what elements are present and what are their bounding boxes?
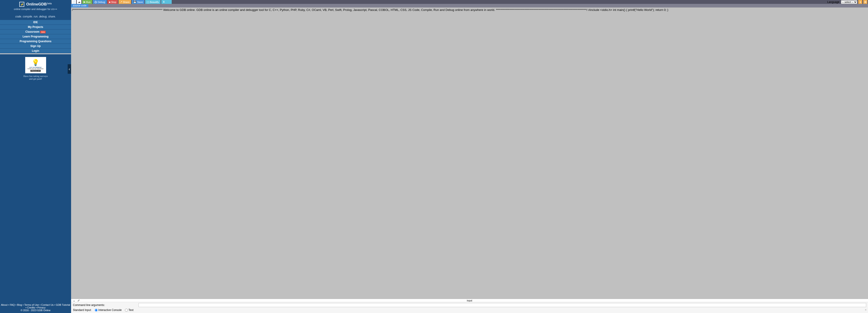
ad-box[interactable]: 💡 GOT AN OPINION? SHARE AND GET REWARDED… [25, 57, 46, 73]
footer-privacy[interactable]: Privacy [37, 306, 45, 309]
site-title: OnlineGDB [26, 2, 47, 6]
footer-links: About • FAQ • Blog • Terms of Use • Cont… [1, 304, 70, 309]
footer-blog[interactable]: Blog [17, 304, 22, 306]
ad-caption: Have fun taking surveys and get paid! [0, 75, 71, 80]
nav-my-projects[interactable]: My Projects [0, 25, 71, 30]
code-editor[interactable]: /***************************************… [71, 7, 868, 299]
stdin-label: Standard Input: [73, 309, 92, 312]
expand-io-button[interactable]: ⤢ [78, 299, 80, 302]
language-label: Language [827, 0, 839, 4]
debug-button[interactable]: ⏻Debug [93, 0, 106, 4]
footer-contact[interactable]: Contact Us [41, 304, 53, 306]
toolbar: 📄 ☁ ▶Run ⏻Debug ■Stop ↗Share 💾Save { } B… [71, 0, 868, 4]
file-icon: 📄 [72, 0, 75, 3]
tab-source-code[interactable]: source code [71, 4, 88, 7]
save-icon: 💾 [133, 0, 136, 3]
tagline: code. compile. run. debug. share. [0, 13, 71, 20]
tab-bar: source code [71, 4, 868, 7]
sidebar-footer: About • FAQ • Blog • Terms of Use • Cont… [0, 302, 71, 313]
share-button[interactable]: ↗Share [119, 0, 131, 4]
info-icon: ℹ [860, 0, 861, 4]
stdin-text-option[interactable]: Text [125, 309, 133, 312]
beautify-button[interactable]: { } Beautify [145, 0, 160, 4]
close-icon: × [865, 308, 867, 312]
footer-about[interactable]: About [1, 304, 7, 306]
debug-icon: ⏻ [94, 1, 97, 3]
stdin-interactive-radio[interactable] [95, 309, 98, 312]
cmd-args-label: Command line arguments: [73, 304, 105, 307]
upload-button[interactable]: ☁ [77, 0, 81, 4]
nav-ide[interactable]: IDE [0, 20, 71, 25]
io-bar: ⌄ ⤢ input [71, 299, 868, 302]
sidebar-header: ⚡ OnlineGDBbeta online compiler and debu… [0, 0, 71, 13]
stop-button[interactable]: ■Stop [107, 0, 118, 4]
play-icon: ▶ [84, 0, 85, 3]
collapse-io-button[interactable]: ⌄ [73, 299, 75, 302]
share-icon: ↗ [120, 0, 122, 3]
main-area: 📄 ☁ ▶Run ⏻Debug ■Stop ↗Share 💾Save { } B… [71, 0, 868, 313]
bulb-icon: 💡 [32, 59, 39, 66]
nav-learn-programming[interactable]: Learn Programming [0, 34, 71, 39]
sidebar-ad-area: 💡 GOT AN OPINION? SHARE AND GET REWARDED… [0, 54, 71, 83]
expand-icon: ⤢ [78, 299, 80, 302]
upload-icon: ☁ [78, 0, 81, 3]
close-panel-button[interactable]: × [865, 308, 867, 312]
gear-icon: ⚙ [864, 0, 867, 4]
info-button[interactable]: ℹ [858, 0, 862, 4]
new-file-button[interactable]: 📄 [71, 0, 76, 4]
chevron-left-icon: ‹ [69, 67, 70, 71]
stdin-text-radio[interactable] [125, 309, 128, 312]
footer-faq[interactable]: FAQ [10, 304, 15, 306]
download-icon: ⬇ [163, 0, 165, 3]
logo-icon: ⚡ [19, 2, 24, 7]
nav-login[interactable]: Login [0, 49, 71, 53]
cmd-args-input[interactable] [138, 303, 866, 307]
input-tab-label: input [467, 299, 472, 302]
input-panel: Command line arguments: Standard Input: … [71, 302, 868, 313]
run-button[interactable]: ▶Run [82, 0, 92, 4]
copyright: © 2016 - 2023 GDB Online [1, 309, 70, 312]
beta-label: beta [47, 2, 52, 5]
nav-classroom[interactable]: Classroomnew [0, 30, 71, 34]
stop-icon: ■ [109, 1, 111, 3]
footer-credits[interactable]: Credits [27, 306, 35, 309]
chevron-down-icon: ⌄ [73, 299, 75, 302]
nav-list: IDE My Projects Classroomnew Learn Progr… [0, 20, 71, 53]
sidebar-collapse-handle[interactable]: ‹ [68, 64, 71, 74]
nav-programming-questions[interactable]: Programming Questions [0, 39, 71, 44]
nav-sign-up[interactable]: Sign Up [0, 44, 71, 49]
footer-tutorial[interactable]: GDB Tutorial [56, 304, 70, 306]
footer-terms[interactable]: Terms of Use [24, 304, 39, 306]
settings-button[interactable]: ⚙ [863, 0, 867, 4]
language-select[interactable]: -- select -- [841, 0, 857, 4]
stdin-interactive-option[interactable]: Interactive Console [95, 309, 122, 312]
new-badge: new [40, 31, 46, 33]
download-button[interactable]: ⬇ [161, 0, 172, 4]
sidebar: ⚡ OnlineGDBbeta online compiler and debu… [0, 0, 71, 313]
save-button[interactable]: 💾Save [132, 0, 145, 4]
site-subtitle: online compiler and debugger for c/c++ [0, 8, 71, 10]
